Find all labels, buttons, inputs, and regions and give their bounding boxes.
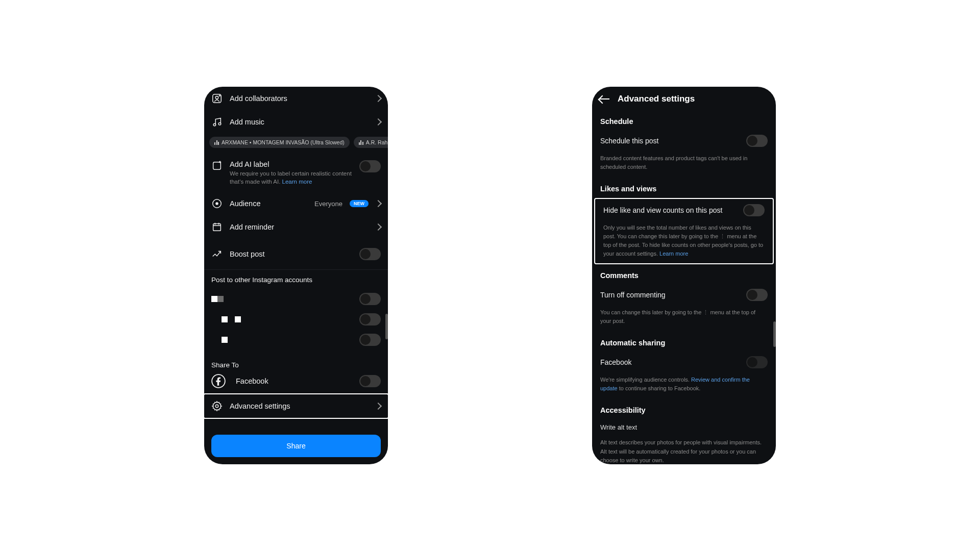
music-chip-label: ARXMANE • MONTAGEM INVASÃO (Ultra Slowed… bbox=[222, 139, 345, 145]
collaborators-icon bbox=[211, 93, 223, 104]
boost-icon bbox=[211, 248, 223, 260]
chevron-right-icon bbox=[375, 403, 382, 410]
account-row[interactable] bbox=[211, 309, 381, 330]
account-toggle[interactable] bbox=[359, 293, 381, 305]
music-chip[interactable]: A.R. Rahman, bbox=[354, 137, 388, 148]
account-toggle[interactable] bbox=[359, 313, 381, 325]
schedule-post-label: Schedule this post bbox=[600, 137, 746, 145]
hide-likes-learn-more-link[interactable]: Learn more bbox=[659, 251, 688, 257]
ai-label-title: Add AI label bbox=[230, 160, 352, 168]
svg-point-9 bbox=[215, 405, 218, 408]
boost-post-row[interactable]: Boost post bbox=[204, 239, 388, 269]
music-chip-label: A.R. Rahman, bbox=[366, 139, 388, 145]
add-reminder-row[interactable]: Add reminder bbox=[204, 215, 388, 239]
audience-value: Everyone bbox=[314, 200, 342, 208]
add-music-label: Add music bbox=[230, 118, 369, 126]
ai-label-icon bbox=[211, 160, 223, 171]
audience-label: Audience bbox=[230, 199, 307, 208]
arrow-left-icon bbox=[599, 98, 609, 99]
turn-off-commenting-label: Turn off commenting bbox=[600, 291, 746, 299]
audio-bars-icon bbox=[359, 140, 363, 145]
facebook-label: Facebook bbox=[233, 377, 352, 385]
share-to-header: Share To bbox=[204, 352, 388, 372]
auto-share-facebook-label: Facebook bbox=[600, 358, 746, 366]
auto-share-facebook-toggle[interactable] bbox=[746, 356, 768, 368]
schedule-post-row[interactable]: Schedule this post bbox=[592, 130, 776, 152]
calendar-icon bbox=[211, 221, 223, 233]
svg-point-1 bbox=[215, 96, 218, 99]
chevron-right-icon bbox=[375, 223, 382, 231]
accessibility-section-header: Accessibility bbox=[592, 400, 776, 418]
share-facebook-row[interactable]: Facebook bbox=[204, 372, 388, 393]
advanced-settings-header: Advanced settings bbox=[592, 87, 776, 111]
svg-point-3 bbox=[218, 122, 221, 125]
chevron-right-icon bbox=[375, 118, 382, 126]
comments-section-header: Comments bbox=[592, 265, 776, 284]
schedule-section-header: Schedule bbox=[592, 111, 776, 130]
gear-icon bbox=[211, 400, 223, 412]
ai-label-desc: We require you to label certain realisti… bbox=[230, 169, 352, 186]
turn-off-commenting-desc: You can change this later by going to th… bbox=[592, 306, 776, 333]
svg-rect-4 bbox=[213, 162, 221, 170]
hide-likes-highlight: Hide like and view counts on this post O… bbox=[594, 198, 774, 264]
likes-views-section-header: Likes and views bbox=[592, 179, 776, 197]
svg-rect-7 bbox=[213, 224, 221, 231]
auto-share-desc: We're simplifying audience controls. Rev… bbox=[592, 373, 776, 400]
boost-post-toggle[interactable] bbox=[359, 248, 381, 260]
advanced-settings-row[interactable]: Advanced settings bbox=[204, 394, 388, 418]
svg-point-2 bbox=[213, 123, 216, 126]
audience-row[interactable]: Audience Everyone NEW bbox=[204, 192, 388, 215]
add-collaborators-label: Add collaborators bbox=[230, 94, 369, 103]
facebook-icon bbox=[211, 374, 226, 388]
auto-sharing-section-header: Automatic sharing bbox=[592, 333, 776, 351]
facebook-toggle[interactable] bbox=[359, 375, 381, 387]
add-collaborators-row[interactable]: Add collaborators bbox=[204, 87, 388, 110]
music-icon bbox=[211, 116, 223, 128]
turn-off-commenting-row[interactable]: Turn off commenting bbox=[592, 284, 776, 306]
auto-share-facebook-row[interactable]: Facebook bbox=[592, 351, 776, 373]
audience-icon bbox=[211, 198, 223, 209]
ai-label-row[interactable]: Add AI label We require you to label cer… bbox=[204, 154, 388, 192]
audio-bars-icon bbox=[214, 140, 219, 145]
schedule-post-desc: Branded content features and product tag… bbox=[592, 152, 776, 179]
phone-screen-advanced-settings: Advanced settings Schedule Schedule this… bbox=[592, 87, 776, 464]
share-button[interactable]: Share bbox=[211, 435, 381, 457]
ai-label-learn-more-link[interactable]: Learn more bbox=[282, 179, 312, 185]
svg-point-6 bbox=[215, 202, 218, 205]
write-alt-text-label: Write alt text bbox=[600, 423, 768, 431]
chevron-right-icon bbox=[375, 200, 382, 207]
hide-likes-label: Hide like and view counts on this post bbox=[603, 206, 743, 214]
hide-likes-desc: Only you will see the total number of li… bbox=[595, 221, 773, 262]
phone-screen-post-options: Add collaborators Add music ARXMANE • MO… bbox=[204, 87, 388, 464]
music-suggestions: ARXMANE • MONTAGEM INVASÃO (Ultra Slowed… bbox=[204, 134, 388, 154]
post-other-accounts-header: Post to other Instagram accounts bbox=[204, 270, 388, 287]
boost-post-label: Boost post bbox=[230, 250, 352, 258]
add-music-row[interactable]: Add music bbox=[204, 110, 388, 134]
turn-off-commenting-toggle[interactable] bbox=[746, 289, 768, 301]
account-toggle[interactable] bbox=[359, 334, 381, 346]
scroll-indicator bbox=[773, 321, 776, 347]
advanced-settings-highlight: Advanced settings bbox=[204, 393, 388, 419]
schedule-post-toggle[interactable] bbox=[746, 135, 768, 147]
back-button[interactable] bbox=[599, 98, 610, 99]
page-title: Advanced settings bbox=[618, 94, 695, 104]
scroll-indicator bbox=[385, 314, 388, 339]
hide-likes-toggle[interactable] bbox=[743, 204, 765, 216]
account-row[interactable] bbox=[211, 330, 381, 350]
chevron-right-icon bbox=[375, 95, 382, 102]
add-reminder-label: Add reminder bbox=[230, 223, 369, 231]
music-chip[interactable]: ARXMANE • MONTAGEM INVASÃO (Ultra Slowed… bbox=[209, 137, 350, 148]
new-badge: NEW bbox=[350, 200, 369, 207]
ai-label-toggle[interactable] bbox=[359, 160, 381, 172]
write-alt-text-desc: Alt text describes your photos for peopl… bbox=[592, 436, 776, 464]
write-alt-text-row[interactable]: Write alt text bbox=[592, 418, 776, 436]
other-accounts-list bbox=[204, 287, 388, 352]
account-row[interactable] bbox=[211, 289, 381, 309]
hide-likes-row[interactable]: Hide like and view counts on this post bbox=[595, 199, 773, 221]
advanced-settings-label: Advanced settings bbox=[230, 402, 369, 410]
